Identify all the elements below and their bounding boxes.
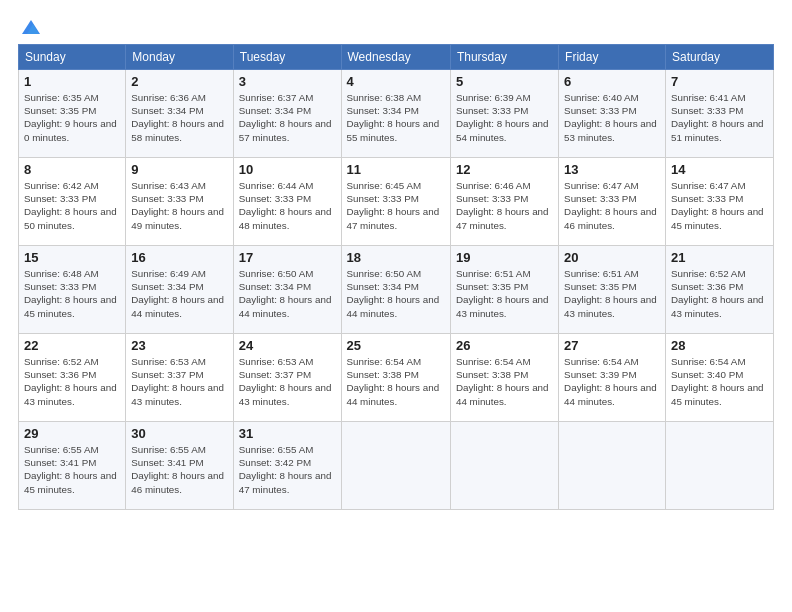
day-detail: Sunrise: 6:45 AMSunset: 3:33 PMDaylight:… [347,180,440,231]
calendar-cell: 20 Sunrise: 6:51 AMSunset: 3:35 PMDaylig… [559,246,666,334]
day-detail: Sunrise: 6:54 AMSunset: 3:38 PMDaylight:… [347,356,440,407]
day-detail: Sunrise: 6:38 AMSunset: 3:34 PMDaylight:… [347,92,440,143]
day-number: 16 [131,250,227,265]
col-header-tuesday: Tuesday [233,45,341,70]
calendar-cell: 28 Sunrise: 6:54 AMSunset: 3:40 PMDaylig… [665,334,773,422]
day-detail: Sunrise: 6:51 AMSunset: 3:35 PMDaylight:… [456,268,549,319]
day-number: 6 [564,74,660,89]
day-number: 23 [131,338,227,353]
calendar-cell: 21 Sunrise: 6:52 AMSunset: 3:36 PMDaylig… [665,246,773,334]
calendar-cell [341,422,450,510]
calendar-cell: 8 Sunrise: 6:42 AMSunset: 3:33 PMDayligh… [19,158,126,246]
calendar-cell: 7 Sunrise: 6:41 AMSunset: 3:33 PMDayligh… [665,70,773,158]
day-detail: Sunrise: 6:55 AMSunset: 3:42 PMDaylight:… [239,444,332,495]
calendar-cell [559,422,666,510]
calendar-cell: 4 Sunrise: 6:38 AMSunset: 3:34 PMDayligh… [341,70,450,158]
day-number: 15 [24,250,120,265]
day-detail: Sunrise: 6:55 AMSunset: 3:41 PMDaylight:… [131,444,224,495]
day-number: 25 [347,338,445,353]
day-detail: Sunrise: 6:54 AMSunset: 3:40 PMDaylight:… [671,356,764,407]
calendar-cell: 12 Sunrise: 6:46 AMSunset: 3:33 PMDaylig… [450,158,558,246]
day-number: 8 [24,162,120,177]
calendar-cell: 27 Sunrise: 6:54 AMSunset: 3:39 PMDaylig… [559,334,666,422]
calendar-cell: 15 Sunrise: 6:48 AMSunset: 3:33 PMDaylig… [19,246,126,334]
calendar-cell: 5 Sunrise: 6:39 AMSunset: 3:33 PMDayligh… [450,70,558,158]
header [18,16,774,34]
day-detail: Sunrise: 6:53 AMSunset: 3:37 PMDaylight:… [131,356,224,407]
calendar-cell: 31 Sunrise: 6:55 AMSunset: 3:42 PMDaylig… [233,422,341,510]
day-number: 7 [671,74,768,89]
col-header-wednesday: Wednesday [341,45,450,70]
calendar-cell: 22 Sunrise: 6:52 AMSunset: 3:36 PMDaylig… [19,334,126,422]
day-detail: Sunrise: 6:55 AMSunset: 3:41 PMDaylight:… [24,444,117,495]
calendar-cell: 13 Sunrise: 6:47 AMSunset: 3:33 PMDaylig… [559,158,666,246]
day-number: 29 [24,426,120,441]
day-number: 24 [239,338,336,353]
calendar-cell: 3 Sunrise: 6:37 AMSunset: 3:34 PMDayligh… [233,70,341,158]
day-number: 19 [456,250,553,265]
calendar-cell: 18 Sunrise: 6:50 AMSunset: 3:34 PMDaylig… [341,246,450,334]
logo [18,16,42,34]
day-number: 27 [564,338,660,353]
day-number: 9 [131,162,227,177]
day-detail: Sunrise: 6:47 AMSunset: 3:33 PMDaylight:… [564,180,657,231]
calendar-cell: 19 Sunrise: 6:51 AMSunset: 3:35 PMDaylig… [450,246,558,334]
day-detail: Sunrise: 6:52 AMSunset: 3:36 PMDaylight:… [24,356,117,407]
day-detail: Sunrise: 6:51 AMSunset: 3:35 PMDaylight:… [564,268,657,319]
day-detail: Sunrise: 6:54 AMSunset: 3:38 PMDaylight:… [456,356,549,407]
day-detail: Sunrise: 6:50 AMSunset: 3:34 PMDaylight:… [347,268,440,319]
logo-icon [20,16,42,38]
calendar-cell [450,422,558,510]
calendar-week-4: 22 Sunrise: 6:52 AMSunset: 3:36 PMDaylig… [19,334,774,422]
calendar-cell: 24 Sunrise: 6:53 AMSunset: 3:37 PMDaylig… [233,334,341,422]
day-detail: Sunrise: 6:39 AMSunset: 3:33 PMDaylight:… [456,92,549,143]
day-detail: Sunrise: 6:36 AMSunset: 3:34 PMDaylight:… [131,92,224,143]
day-number: 28 [671,338,768,353]
calendar-cell: 11 Sunrise: 6:45 AMSunset: 3:33 PMDaylig… [341,158,450,246]
day-detail: Sunrise: 6:40 AMSunset: 3:33 PMDaylight:… [564,92,657,143]
page: SundayMondayTuesdayWednesdayThursdayFrid… [0,0,792,612]
calendar-week-2: 8 Sunrise: 6:42 AMSunset: 3:33 PMDayligh… [19,158,774,246]
day-number: 30 [131,426,227,441]
day-detail: Sunrise: 6:48 AMSunset: 3:33 PMDaylight:… [24,268,117,319]
day-number: 14 [671,162,768,177]
day-number: 1 [24,74,120,89]
day-number: 11 [347,162,445,177]
col-header-thursday: Thursday [450,45,558,70]
calendar-week-5: 29 Sunrise: 6:55 AMSunset: 3:41 PMDaylig… [19,422,774,510]
calendar-cell: 26 Sunrise: 6:54 AMSunset: 3:38 PMDaylig… [450,334,558,422]
day-detail: Sunrise: 6:49 AMSunset: 3:34 PMDaylight:… [131,268,224,319]
day-detail: Sunrise: 6:50 AMSunset: 3:34 PMDaylight:… [239,268,332,319]
calendar-cell: 1 Sunrise: 6:35 AMSunset: 3:35 PMDayligh… [19,70,126,158]
day-detail: Sunrise: 6:47 AMSunset: 3:33 PMDaylight:… [671,180,764,231]
col-header-saturday: Saturday [665,45,773,70]
col-header-monday: Monday [126,45,233,70]
calendar-cell: 9 Sunrise: 6:43 AMSunset: 3:33 PMDayligh… [126,158,233,246]
day-number: 13 [564,162,660,177]
calendar-header-row: SundayMondayTuesdayWednesdayThursdayFrid… [19,45,774,70]
day-number: 26 [456,338,553,353]
calendar-cell [665,422,773,510]
calendar-cell: 2 Sunrise: 6:36 AMSunset: 3:34 PMDayligh… [126,70,233,158]
day-number: 17 [239,250,336,265]
day-detail: Sunrise: 6:35 AMSunset: 3:35 PMDaylight:… [24,92,117,143]
col-header-friday: Friday [559,45,666,70]
calendar-week-3: 15 Sunrise: 6:48 AMSunset: 3:33 PMDaylig… [19,246,774,334]
calendar-cell: 29 Sunrise: 6:55 AMSunset: 3:41 PMDaylig… [19,422,126,510]
calendar-table: SundayMondayTuesdayWednesdayThursdayFrid… [18,44,774,510]
day-number: 20 [564,250,660,265]
day-number: 2 [131,74,227,89]
calendar-cell: 23 Sunrise: 6:53 AMSunset: 3:37 PMDaylig… [126,334,233,422]
day-number: 12 [456,162,553,177]
calendar-cell: 14 Sunrise: 6:47 AMSunset: 3:33 PMDaylig… [665,158,773,246]
col-header-sunday: Sunday [19,45,126,70]
day-number: 3 [239,74,336,89]
day-number: 22 [24,338,120,353]
calendar-cell: 6 Sunrise: 6:40 AMSunset: 3:33 PMDayligh… [559,70,666,158]
calendar-cell: 30 Sunrise: 6:55 AMSunset: 3:41 PMDaylig… [126,422,233,510]
calendar-week-1: 1 Sunrise: 6:35 AMSunset: 3:35 PMDayligh… [19,70,774,158]
day-detail: Sunrise: 6:37 AMSunset: 3:34 PMDaylight:… [239,92,332,143]
day-detail: Sunrise: 6:53 AMSunset: 3:37 PMDaylight:… [239,356,332,407]
day-number: 5 [456,74,553,89]
day-number: 18 [347,250,445,265]
